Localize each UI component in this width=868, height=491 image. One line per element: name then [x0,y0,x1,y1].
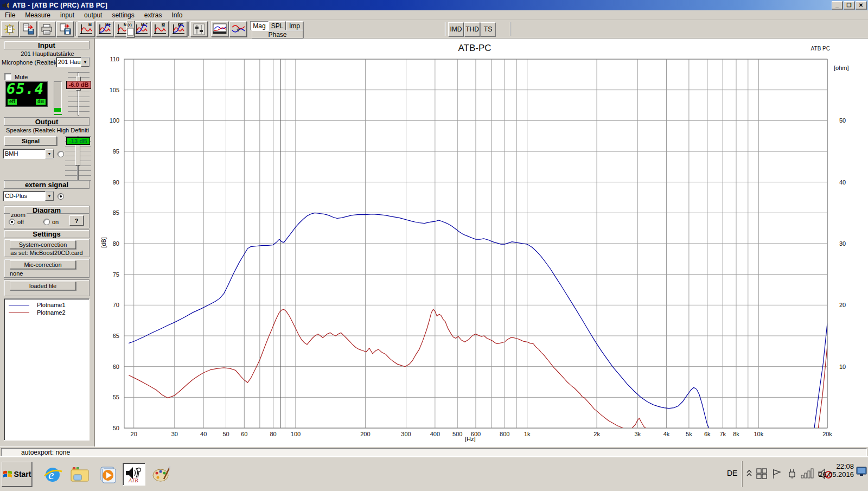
start-label: Start [14,470,31,479]
chevron-up-icon[interactable] [746,468,752,479]
save-measurement-icon[interactable] [20,21,37,37]
mag-view-button[interactable]: Mag [250,21,269,30]
close-button[interactable]: ✕ [856,1,866,9]
imd-button[interactable]: IMD [448,22,464,36]
curve-processing-icon[interactable] [229,21,247,37]
tray-time: 22:08 [812,462,854,470]
svg-text:80: 80 [113,240,119,247]
output-fader-thumb[interactable] [75,144,80,165]
svg-text:85: 85 [113,209,119,216]
spl-view-button[interactable]: SPL [269,21,286,30]
svg-text:6k: 6k [704,431,711,437]
svg-text:105: 105 [110,87,119,93]
loaded-file-button[interactable]: loaded file [10,282,76,290]
signal-type-dropdown[interactable]: BMH ▼ [3,149,54,159]
windows-logo-icon[interactable] [756,468,768,480]
svg-text:10k: 10k [754,431,763,437]
autoexport-status: autoexport: none [1,448,867,456]
chevron-down-icon[interactable]: ▼ [81,58,90,67]
svg-text:20: 20 [839,302,846,308]
extern-signal-radio[interactable] [58,193,64,200]
svg-text:20k: 20k [822,431,832,437]
chevron-down-icon[interactable]: ▼ [45,149,54,158]
paint-palette-icon[interactable] [150,463,173,486]
legend-item[interactable]: Plotname1 [4,301,89,309]
measure-m-plus-icon[interactable]: M+ [96,21,113,37]
extern-signal-dropdown[interactable]: CD-Plus ▼ [3,191,54,201]
zoom-on-radio[interactable] [43,219,50,225]
mic-device-dropdown[interactable]: 201 Haup ▼ [56,57,90,67]
legend-label: Plotname2 [37,309,66,316]
svg-text:110: 110 [110,56,119,62]
flag-icon[interactable] [771,468,783,480]
svg-text:30: 30 [839,240,846,247]
new-measurement-icon[interactable] [1,21,18,37]
menu-output[interactable]: output [79,10,107,20]
level-mode-badge: eff [8,99,17,105]
input-gain-fader[interactable] [68,72,90,116]
svg-text:2k: 2k [593,431,600,437]
phase-view-button[interactable]: Phase [252,30,303,39]
svg-text:100: 100 [291,431,301,437]
svg-text:600: 600 [471,431,481,437]
minimize-button[interactable]: _ [832,1,843,9]
chart-canvas[interactable]: 5055606570758085909510010511020304050608… [95,39,868,447]
measure-mbar-plus-icon[interactable]: M+ [170,21,187,37]
signal-type-value: BMH [3,149,45,158]
internet-explorer-icon[interactable]: e [41,463,64,486]
export-save-icon[interactable] [56,21,74,37]
menu-settings[interactable]: settings [107,10,139,20]
mic-correction-button[interactable]: Mic-correction [10,260,76,269]
svg-text:75: 75 [113,271,119,278]
windows-flag-icon [3,470,12,479]
system-correction-button[interactable]: System-correction [10,240,76,249]
menu-extras[interactable]: extras [139,10,167,20]
language-indicator[interactable]: DE [727,469,737,477]
folder-icon[interactable] [68,463,91,486]
measure-ma-plus-icon[interactable]: Mₐ⁺ [133,21,150,37]
input-level-display: 65.4 eff dB [5,81,48,107]
svg-text:60: 60 [113,364,119,370]
input-section-header: Input [4,41,90,49]
menu-measure[interactable]: Measure [20,10,55,20]
clock[interactable]: 22:08 26.05.2016 [812,462,854,479]
level-unit-badge: dB [36,99,46,105]
svg-text:8k: 8k [733,431,739,437]
svg-text:5k: 5k [686,431,692,437]
measure-m-icon[interactable]: M [78,21,95,37]
help-button[interactable]: ? [69,215,84,226]
signal-button[interactable]: Signal [4,136,57,145]
signal-radio[interactable] [58,151,64,157]
title-bar: ATB - [ATB PC (PRC) ATB PC] _ ❐ ✕ [0,0,868,10]
measure-mbar-icon[interactable]: M [151,21,169,37]
input-device-label: 201 Hauptlautstärke [0,50,95,57]
start-button[interactable]: Start [2,462,32,487]
print-icon[interactable] [38,21,55,37]
svg-text:4k: 4k [663,431,670,437]
ts-button[interactable]: TS [481,22,495,36]
monitor-icon[interactable] [856,467,867,476]
restore-button[interactable]: ❐ [844,1,854,9]
diagram-window-icon[interactable] [211,21,228,37]
chevron-down-icon[interactable]: ▼ [45,192,54,201]
extern-signal-value: CD-Plus [3,192,45,201]
zoom-off-radio[interactable] [9,219,15,225]
imp-view-button[interactable]: Imp [286,21,303,30]
r-toggle-icon[interactable]: (r) [126,21,135,37]
plug-icon[interactable] [786,468,798,480]
svg-text:50: 50 [113,425,119,431]
parameter-sliders-icon[interactable] [190,21,208,37]
svg-text:M: M [162,23,165,27]
svg-text:800: 800 [500,431,509,437]
media-player-icon[interactable] [95,463,118,486]
legend-item[interactable]: Plotname2 [4,309,89,316]
menu-file[interactable]: File [0,10,20,20]
menu-input[interactable]: input [55,10,79,20]
menu-info[interactable]: Info [167,10,187,20]
svg-text:50: 50 [222,431,229,437]
atb-app-icon[interactable]: ATB [123,463,145,486]
plot-legend: Plotname1 Plotname2 [4,298,90,441]
chart-panel: ATB-PC ATB PC [dB] [ohm] [Hz] 5055606570… [95,39,868,447]
thd-button[interactable]: THD [464,22,480,36]
mute-checkbox[interactable] [4,73,11,80]
